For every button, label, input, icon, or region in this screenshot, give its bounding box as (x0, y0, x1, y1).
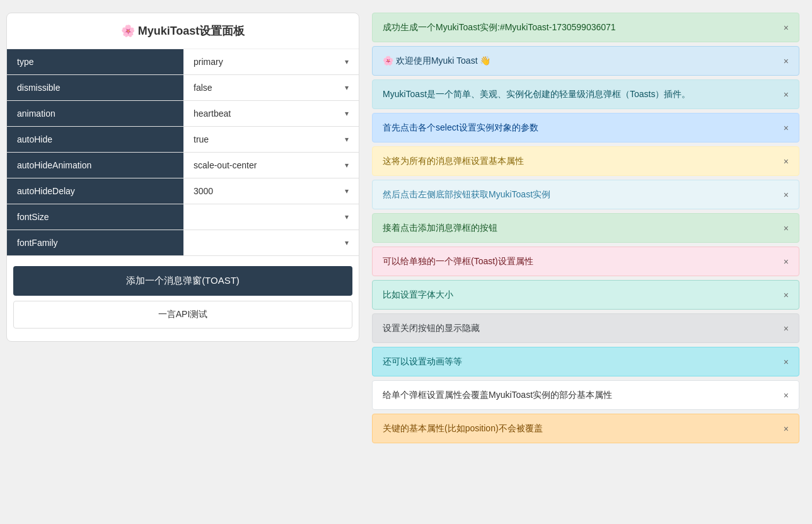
select-value-field-dismissible: false (194, 83, 212, 93)
select-value-field-type: primary (194, 57, 223, 67)
toast-item-toast-2: 🌸 欢迎使用Myuki Toast 👋 × (372, 46, 799, 76)
select-field-autohide-animation[interactable]: scale-out-center ▾ (183, 153, 359, 178)
toast-text-toast-13: 关键的基本属性(比如position)不会被覆盖 (383, 422, 777, 435)
toast-item-toast-4: 首先点击各个select设置实例对象的参数 × (372, 113, 799, 143)
select-value-field-autohide: true (194, 134, 209, 144)
chevron-down-icon: ▾ (345, 187, 349, 195)
toast-text-toast-2: 🌸 欢迎使用Myuki Toast 👋 (383, 54, 777, 67)
settings-panel: 🌸 MyukiToast设置面板 type primary ▾ dismissi… (6, 13, 359, 342)
field-value-cell-field-autohide[interactable]: true ▾ (183, 127, 359, 153)
toast-text-toast-6: 然后点击左侧底部按钮获取MyukiToast实例 (383, 188, 777, 201)
close-button-toast-9[interactable]: × (777, 290, 789, 300)
toast-item-toast-10: 设置关闭按钮的显示隐藏 × (372, 313, 799, 343)
chevron-down-icon: ▾ (345, 135, 349, 144)
close-button-toast-2[interactable]: × (777, 56, 789, 66)
select-field-animation[interactable]: heartbeat ▾ (183, 101, 359, 126)
field-value-cell-field-fontfamily[interactable]: ▾ (183, 230, 359, 256)
field-value-cell-field-autohide-delay[interactable]: 3000 ▾ (183, 178, 359, 204)
settings-row-field-autohide-animation: autoHideAnimation scale-out-center ▾ (7, 153, 359, 178)
field-label-field-dismissible: dismissible (7, 75, 183, 101)
close-button-toast-3[interactable]: × (777, 90, 789, 100)
toast-item-toast-13: 关键的基本属性(比如position)不会被覆盖 × (372, 414, 799, 443)
chevron-down-icon: ▾ (345, 57, 349, 66)
toast-text-toast-5: 这将为所有的消息弹框设置基本属性 (383, 154, 777, 168)
toast-text-toast-8: 可以给单独的一个弹框(Toast)设置属性 (383, 255, 777, 268)
toast-list: 成功生成一个MyukiToast实例:#MyukiToast-173059903… (372, 13, 806, 443)
settings-row-field-animation: animation heartbeat ▾ (7, 101, 359, 127)
settings-row-field-fontsize: fontSize ▾ (7, 204, 359, 230)
select-field-autohide-delay[interactable]: 3000 ▾ (183, 178, 359, 204)
close-button-toast-7[interactable]: × (777, 223, 789, 233)
settings-card: 🌸 MyukiToast设置面板 type primary ▾ dismissi… (6, 13, 359, 342)
settings-row-field-autohide-delay: autoHideDelay 3000 ▾ (7, 178, 359, 204)
field-label-field-animation: animation (7, 101, 183, 127)
field-value-cell-field-autohide-animation[interactable]: scale-out-center ▾ (183, 153, 359, 178)
close-button-toast-4[interactable]: × (777, 123, 789, 133)
toast-item-toast-1: 成功生成一个MyukiToast实例:#MyukiToast-173059903… (372, 13, 799, 42)
toast-text-toast-1: 成功生成一个MyukiToast实例:#MyukiToast-173059903… (383, 21, 777, 34)
settings-table: type primary ▾ dismissible false ▾ anima… (7, 49, 359, 256)
settings-row-field-dismissible: dismissible false ▾ (7, 75, 359, 101)
select-value-field-autohide-animation: scale-out-center (194, 160, 257, 170)
field-value-cell-field-animation[interactable]: heartbeat ▾ (183, 101, 359, 127)
field-value-cell-field-fontsize[interactable]: ▾ (183, 204, 359, 230)
settings-row-field-autohide: autoHide true ▾ (7, 127, 359, 153)
close-button-toast-8[interactable]: × (777, 257, 789, 267)
toast-item-toast-3: MyukiToast是一个简单、美观、实例化创建的轻量级消息弹框（Toasts）… (372, 79, 799, 109)
toast-text-toast-9: 比如设置字体大小 (383, 288, 777, 301)
select-field-type[interactable]: primary ▾ (183, 49, 359, 74)
toast-text-toast-7: 接着点击添加消息弹框的按钮 (383, 221, 777, 235)
field-label-field-fontfamily: fontFamily (7, 230, 183, 256)
toast-item-toast-12: 给单个弹框设置属性会覆盖MyukiToast实例的部分基本属性 × (372, 380, 799, 410)
toast-item-toast-8: 可以给单独的一个弹框(Toast)设置属性 × (372, 247, 799, 276)
chevron-down-icon: ▾ (345, 238, 349, 247)
field-value-cell-field-type[interactable]: primary ▾ (183, 49, 359, 75)
settings-row-field-type: type primary ▾ (7, 49, 359, 75)
toast-item-toast-7: 接着点击添加消息弹框的按钮 × (372, 213, 799, 243)
toast-item-toast-6: 然后点击左侧底部按钮获取MyukiToast实例 × (372, 180, 799, 209)
toast-item-toast-9: 比如设置字体大小 × (372, 280, 799, 310)
close-button-toast-13[interactable]: × (777, 424, 789, 434)
chevron-down-icon: ▾ (345, 109, 349, 118)
select-field-dismissible[interactable]: false ▾ (183, 75, 359, 100)
field-label-field-autohide-delay: autoHideDelay (7, 178, 183, 204)
close-button-toast-6[interactable]: × (777, 190, 789, 200)
chevron-down-icon: ▾ (345, 161, 349, 170)
title-icon: 🌸 (121, 25, 138, 37)
field-value-cell-field-dismissible[interactable]: false ▾ (183, 75, 359, 101)
toast-text-toast-4: 首先点击各个select设置实例对象的参数 (383, 121, 777, 134)
close-button-toast-1[interactable]: × (777, 23, 789, 33)
settings-row-field-fontfamily: fontFamily ▾ (7, 230, 359, 256)
toast-text-toast-10: 设置关闭按钮的显示隐藏 (383, 322, 777, 335)
chevron-down-icon: ▾ (345, 213, 349, 221)
select-field-autohide[interactable]: true ▾ (183, 127, 359, 152)
field-label-field-autohide-animation: autoHideAnimation (7, 153, 183, 178)
close-button-toast-10[interactable]: × (777, 323, 789, 334)
chevron-down-icon: ▾ (345, 83, 349, 92)
select-field-fontsize[interactable]: ▾ (183, 205, 359, 229)
panel-title: 🌸 MyukiToast设置面板 (7, 13, 359, 49)
toast-item-toast-11: 还可以设置动画等等 × (372, 347, 799, 376)
toast-text-toast-3: MyukiToast是一个简单、美观、实例化创建的轻量级消息弹框（Toasts）… (383, 88, 777, 101)
add-toast-button[interactable]: 添加一个消息弹窗(TOAST) (13, 266, 352, 296)
select-value-field-autohide-delay: 3000 (194, 186, 213, 196)
select-value-field-animation: heartbeat (194, 108, 231, 119)
toast-text-toast-12: 给单个弹框设置属性会覆盖MyukiToast实例的部分基本属性 (383, 388, 777, 402)
field-label-field-autohide: autoHide (7, 127, 183, 153)
panel-title-text: MyukiToast设置面板 (138, 25, 245, 37)
close-button-toast-11[interactable]: × (777, 357, 789, 367)
close-button-toast-5[interactable]: × (777, 156, 789, 166)
toast-text-toast-11: 还可以设置动画等等 (383, 355, 777, 368)
field-label-field-type: type (7, 49, 183, 75)
close-button-toast-12[interactable]: × (777, 390, 789, 400)
field-label-field-fontsize: fontSize (7, 204, 183, 230)
api-test-button[interactable]: 一言API测试 (13, 301, 352, 329)
select-field-fontfamily[interactable]: ▾ (183, 231, 359, 255)
toast-item-toast-5: 这将为所有的消息弹框设置基本属性 × (372, 146, 799, 176)
